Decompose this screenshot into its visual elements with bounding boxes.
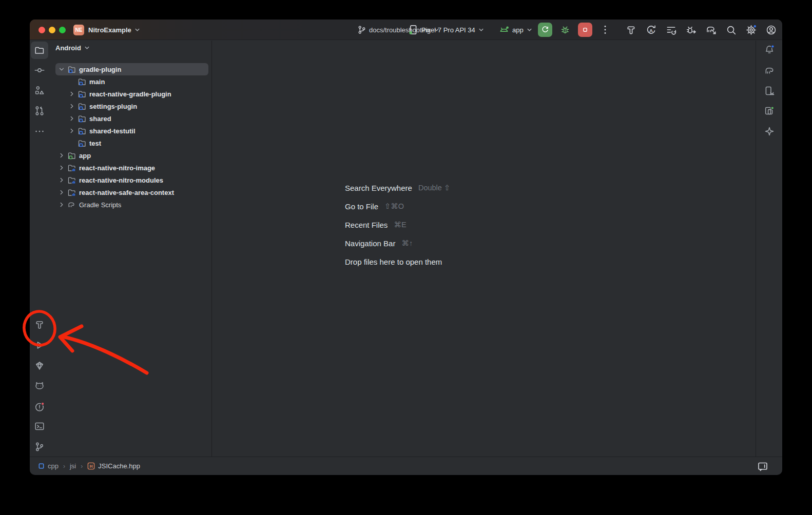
tree-expand-down-icon[interactable] bbox=[57, 65, 66, 73]
tool-build[interactable] bbox=[31, 316, 48, 333]
run-config-selector[interactable]: app bbox=[498, 19, 533, 40]
feedback-icon[interactable] bbox=[757, 460, 769, 472]
tool-version-control[interactable] bbox=[31, 438, 48, 455]
project-view-selector[interactable]: Android bbox=[55, 44, 90, 52]
more-actions-button[interactable] bbox=[599, 24, 611, 36]
tree-item-shared[interactable]: shared bbox=[49, 112, 209, 125]
structure-icon bbox=[34, 85, 45, 96]
shortcut-hint: Navigation Bar⌘↑ bbox=[345, 234, 450, 252]
tree-item-main[interactable]: main bbox=[49, 75, 209, 88]
gradle-sync-button[interactable] bbox=[705, 24, 717, 36]
tree-expand-right-icon[interactable] bbox=[68, 114, 76, 123]
debug-button[interactable] bbox=[559, 24, 571, 36]
tool-gradle[interactable] bbox=[761, 62, 778, 80]
zoom-window-button[interactable] bbox=[59, 27, 66, 33]
build-button[interactable] bbox=[625, 24, 637, 36]
tool-project[interactable] bbox=[31, 42, 48, 59]
attach-debugger-button[interactable] bbox=[685, 24, 697, 36]
account-button[interactable] bbox=[765, 24, 777, 36]
tool-logcat[interactable] bbox=[31, 378, 48, 395]
tool-problems[interactable] bbox=[31, 398, 48, 415]
project-name: NitroExample bbox=[88, 26, 131, 34]
pull-request-icon bbox=[34, 105, 45, 116]
bell-dot-icon bbox=[764, 44, 775, 55]
folder-icon bbox=[34, 45, 45, 56]
device-name: Pixel 7 Pro API 34 bbox=[421, 26, 475, 34]
svg-text:A: A bbox=[649, 27, 652, 33]
status-bar: cpp›jsi›HJSICache.hpp bbox=[30, 457, 782, 475]
tree-item-react-native-nitro-image[interactable]: react-native-nitro-image bbox=[49, 162, 209, 174]
tool-structure[interactable] bbox=[31, 82, 48, 99]
tree-expand-right-icon[interactable] bbox=[57, 188, 66, 196]
tree-item-app[interactable]: app bbox=[49, 149, 209, 162]
chevron-down-icon bbox=[84, 45, 90, 51]
tree-item-settings-plugin[interactable]: settings-plugin bbox=[49, 100, 209, 112]
tool-more[interactable] bbox=[31, 123, 48, 140]
shortcut-label: Go to File bbox=[345, 202, 378, 211]
rerun-button[interactable] bbox=[538, 23, 552, 37]
tree-expand-right-icon[interactable] bbox=[68, 90, 76, 98]
tree-item-react-native-safe-area-context[interactable]: react-native-safe-area-context bbox=[49, 186, 209, 199]
breadcrumb-item[interactable]: HJSICache.hpp bbox=[87, 462, 140, 470]
elephant-sync-icon bbox=[705, 24, 717, 36]
tree-item-gradle-scripts[interactable]: Gradle Scripts bbox=[49, 199, 209, 211]
tree-expand-right-icon[interactable] bbox=[57, 201, 66, 209]
folder-module-blue-icon bbox=[78, 114, 86, 123]
run-controls bbox=[538, 19, 611, 40]
bug-arrow-icon bbox=[685, 24, 697, 36]
folder-library-icon bbox=[67, 176, 76, 185]
apply-changes-button[interactable]: A bbox=[645, 24, 657, 36]
tool-terminal[interactable] bbox=[31, 418, 48, 435]
tool-pull-requests[interactable] bbox=[31, 102, 48, 120]
breadcrumb-item[interactable]: jsi bbox=[70, 462, 76, 470]
tree-expand-right-icon[interactable] bbox=[68, 127, 76, 135]
tool-commit[interactable] bbox=[31, 62, 48, 79]
tool-device-manager[interactable] bbox=[761, 82, 778, 100]
project-view-label: Android bbox=[55, 44, 81, 52]
tree-item-react-native-gradle-plugin[interactable]: react-native-gradle-plugin bbox=[49, 88, 209, 100]
tree-expand-right-icon[interactable] bbox=[57, 164, 66, 172]
tree-expand-right-icon[interactable] bbox=[57, 176, 66, 184]
search-everywhere-button[interactable] bbox=[725, 24, 737, 36]
traffic-lights bbox=[38, 19, 69, 40]
stop-button[interactable] bbox=[578, 23, 592, 37]
breadcrumb-item[interactable]: cpp bbox=[38, 462, 59, 470]
device-selector[interactable]: Pixel 7 Pro API 34 bbox=[407, 19, 485, 40]
hammer-icon bbox=[625, 24, 637, 36]
tree-item-test[interactable]: test bbox=[49, 137, 209, 149]
editor-empty-state: Search EverywhereDouble ⇧Go to File⇧⌘ORe… bbox=[212, 41, 756, 457]
minimize-window-button[interactable] bbox=[49, 27, 55, 33]
tree-item-label: react-native-nitro-modules bbox=[79, 176, 163, 184]
device-android-icon bbox=[764, 85, 775, 96]
tree-item-shared-testutil[interactable]: shared-testutil bbox=[49, 125, 209, 137]
close-window-button[interactable] bbox=[38, 27, 45, 33]
folder-module-green-icon bbox=[67, 151, 76, 160]
chevron-down-icon bbox=[526, 27, 533, 33]
tool-notifications[interactable] bbox=[761, 41, 778, 58]
tool-running-devices[interactable] bbox=[761, 102, 778, 120]
tool-gemini[interactable] bbox=[761, 123, 778, 140]
tree-item-react-native-nitro-modules[interactable]: react-native-nitro-modules bbox=[49, 174, 209, 186]
elephant-icon bbox=[764, 65, 775, 76]
folder-module-blue-icon bbox=[67, 65, 76, 74]
tree-expand-right-icon[interactable] bbox=[57, 151, 66, 160]
folder-library-icon bbox=[67, 188, 76, 197]
tree-item-label: shared bbox=[89, 115, 111, 123]
project-widget[interactable]: NE NitroExample bbox=[73, 19, 141, 40]
tool-run[interactable] bbox=[31, 336, 48, 354]
settings-button[interactable] bbox=[745, 24, 757, 36]
tree-expand-right-icon[interactable] bbox=[68, 102, 76, 110]
titlebar-actions: A bbox=[625, 19, 777, 40]
tree-item-label: test bbox=[89, 140, 101, 147]
breadcrumb-label: cpp bbox=[48, 462, 59, 470]
tree-item-gradle-plugin[interactable]: gradle-plugin bbox=[49, 63, 209, 75]
shortcut-keys: ⇧⌘O bbox=[384, 202, 404, 210]
shortcut-keys: ⌘↑ bbox=[401, 239, 413, 247]
tree-item-label: react-native-gradle-plugin bbox=[89, 90, 171, 98]
run-config-name: app bbox=[512, 26, 524, 34]
breadcrumb-label: JSICache.hpp bbox=[98, 462, 140, 470]
gradle-elephant-icon bbox=[67, 201, 76, 209]
tool-app-quality-insights[interactable] bbox=[31, 357, 48, 374]
sync-lists-button[interactable] bbox=[665, 24, 677, 36]
editor-shortcuts: Search EverywhereDouble ⇧Go to File⇧⌘ORe… bbox=[345, 179, 450, 271]
